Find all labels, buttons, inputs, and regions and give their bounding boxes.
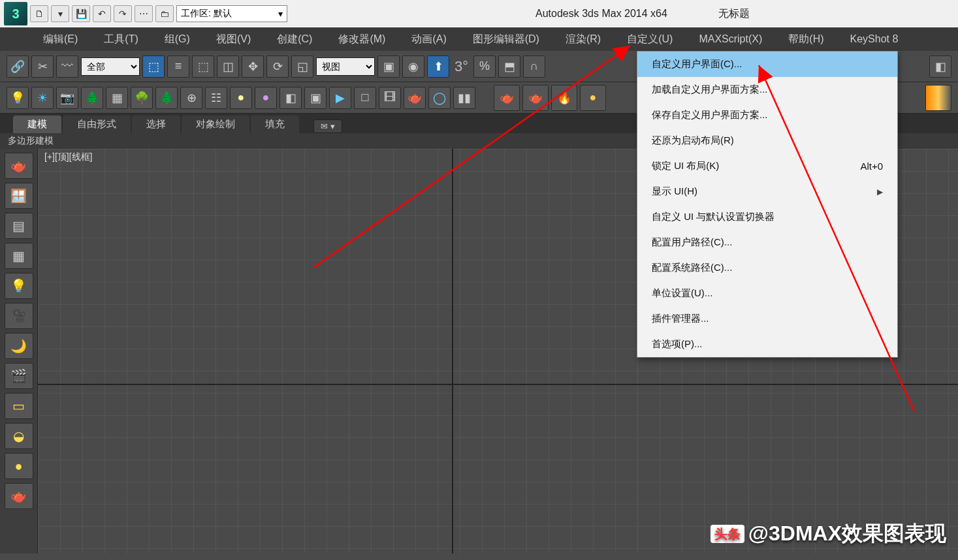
project-button[interactable]: 🗀: [155, 5, 174, 22]
viewport-label[interactable]: [+][顶][线框]: [44, 151, 93, 163]
window-icon[interactable]: 🪟: [5, 183, 33, 209]
menu-edit[interactable]: 编辑(E): [39, 30, 82, 49]
selection-filter-dropdown[interactable]: 全部: [81, 57, 140, 76]
redo-button[interactable]: ↷: [114, 5, 132, 22]
move-tool[interactable]: ✥: [242, 55, 264, 78]
undo-button[interactable]: ↶: [93, 5, 111, 22]
teapot-render-tool[interactable]: 🫖: [404, 87, 426, 109]
cube-tool[interactable]: ◧: [279, 87, 302, 109]
menu-render[interactable]: 渲染(R): [562, 30, 605, 49]
dd-ui-default-switcher[interactable]: 自定义 UI 与默认设置切换器: [637, 204, 897, 230]
gradient-tool[interactable]: ●: [925, 85, 951, 111]
table-icon[interactable]: ▦: [5, 243, 33, 269]
spinner-snap-tool[interactable]: ⬒: [498, 55, 520, 78]
tab-object-paint[interactable]: 对象绘制: [182, 116, 249, 133]
menu-graph-editor[interactable]: 图形编辑器(D): [469, 30, 543, 49]
trees-tool-1[interactable]: 🌲: [81, 87, 103, 109]
manipulate-tool[interactable]: ◉: [402, 55, 424, 78]
bulb-tool[interactable]: ◯: [428, 87, 451, 109]
new-file-button[interactable]: 🗋: [30, 5, 48, 22]
yellow-circle-icon[interactable]: ●: [5, 453, 33, 479]
yellow-dome-icon[interactable]: ◒: [5, 423, 33, 449]
region-rect-tool[interactable]: ⬚: [192, 55, 214, 78]
yellow-rect-icon[interactable]: ▭: [5, 393, 33, 419]
play-tool[interactable]: ▶: [329, 87, 351, 109]
menu-tools[interactable]: 工具(T): [100, 30, 142, 49]
open-square-tool[interactable]: □: [354, 87, 376, 109]
dd-preferences[interactable]: 首选项(P)...: [637, 332, 897, 357]
grid-tool[interactable]: ▦: [106, 87, 128, 109]
tab-modeling[interactable]: 建模: [13, 116, 61, 133]
dd-configure-system-paths[interactable]: 配置系统路径(C)...: [637, 255, 897, 281]
moon-icon[interactable]: 🌙: [5, 333, 33, 359]
menu-keyshot[interactable]: KeyShot 8: [846, 31, 902, 48]
menu-customize[interactable]: 自定义(U): [623, 30, 677, 49]
customize-menu-dropdown: 自定义用户界面(C)... 加载自定义用户界面方案... 保存自定义用户界面方案…: [637, 51, 898, 358]
scale-tool[interactable]: ◱: [291, 55, 313, 78]
tab-freeform[interactable]: 自由形式: [63, 116, 131, 133]
dd-revert-layout[interactable]: 还原为启动布局(R): [637, 128, 897, 153]
more-qat-button[interactable]: ⋯: [135, 5, 153, 22]
link-tool[interactable]: 🔗: [7, 55, 29, 78]
menu-help[interactable]: 帮助(H): [784, 30, 827, 49]
ball-yellow-tool[interactable]: ●: [580, 85, 606, 111]
dd-units-setup[interactable]: 单位设置(U)...: [637, 281, 897, 306]
menu-create[interactable]: 创建(C): [273, 30, 316, 49]
dd-show-ui[interactable]: 显示 UI(H)▶: [637, 179, 897, 204]
dd-plugin-manager[interactable]: 插件管理器...: [637, 306, 897, 332]
light-tool[interactable]: 💡: [7, 87, 29, 109]
tab-selection[interactable]: 选择: [132, 116, 180, 133]
select-tool[interactable]: ⬚: [142, 55, 165, 78]
teapot-2-icon[interactable]: 🫖: [5, 483, 33, 509]
dd-customize-ui[interactable]: 自定义用户界面(C)...: [637, 52, 897, 77]
film-tool[interactable]: 🎞: [379, 87, 401, 109]
menu-modifier[interactable]: 修改器(M): [334, 30, 389, 49]
trees-tool-2[interactable]: 🌳: [131, 87, 153, 109]
panels-tool[interactable]: ▮▮: [453, 87, 475, 109]
camera-icon[interactable]: 🎥: [5, 303, 33, 329]
pivot-tool[interactable]: ▣: [377, 55, 400, 78]
rotate-tool[interactable]: ⟳: [266, 55, 289, 78]
tree-single-tool[interactable]: 🌲: [155, 87, 178, 109]
snap-toggle[interactable]: ⬆: [427, 55, 449, 78]
tab-populate[interactable]: 填充: [251, 116, 299, 133]
material-tool[interactable]: ●: [230, 87, 252, 109]
coord-system-dropdown[interactable]: 视图: [316, 57, 375, 76]
envelope-button[interactable]: ✉ ▾: [313, 119, 342, 133]
sphere-tool[interactable]: ●: [255, 87, 277, 109]
panel-tool[interactable]: ▣: [304, 87, 327, 109]
fire-tool[interactable]: 🔥: [551, 85, 577, 111]
app-icon[interactable]: 3: [4, 2, 27, 25]
camera-light-tool[interactable]: 📷: [56, 87, 78, 109]
teapot-icon[interactable]: 🫖: [5, 153, 33, 179]
menu-group[interactable]: 组(G): [161, 30, 194, 49]
dd-configure-user-paths[interactable]: 配置用户路径(C)...: [637, 230, 897, 255]
menu-view[interactable]: 视图(V): [212, 30, 255, 49]
dd-load-ui-scheme[interactable]: 加载自定义用户界面方案...: [637, 77, 897, 102]
menu-animation[interactable]: 动画(A): [407, 30, 450, 49]
mirror-tool[interactable]: ◧: [929, 55, 951, 78]
select-by-name-tool[interactable]: ≡: [167, 55, 189, 78]
axis-tool[interactable]: ⊕: [180, 87, 202, 109]
viewport-divider-v: [452, 149, 453, 553]
bulb-set-icon[interactable]: 💡: [5, 273, 33, 299]
dd-lock-ui-layout[interactable]: 锁定 UI 布局(K)Alt+0: [637, 153, 897, 179]
menu-maxscript[interactable]: MAXScript(X): [695, 31, 766, 48]
open-file-button[interactable]: ▾: [51, 5, 69, 22]
list-icon[interactable]: ▤: [5, 213, 33, 239]
save-button[interactable]: 💾: [72, 5, 90, 22]
sun-tool[interactable]: ☀: [31, 87, 54, 109]
bind-space-warp-tool[interactable]: 〰: [56, 55, 78, 78]
watermark-text: @3DMAX效果图表现: [748, 520, 946, 548]
dd-save-ui-scheme[interactable]: 保存自定义用户界面方案...: [637, 102, 897, 128]
layers-tool[interactable]: ☷: [205, 87, 227, 109]
workspace-dropdown[interactable]: 工作区: 默认 ▾: [176, 5, 287, 22]
unlink-tool[interactable]: ✂: [31, 55, 54, 78]
render-production[interactable]: 🫖: [494, 85, 520, 111]
render-iterative[interactable]: 🫖: [522, 85, 549, 111]
window-crossing-tool[interactable]: ◫: [217, 55, 239, 78]
percent-snap-tool[interactable]: %: [473, 55, 496, 78]
clapper-icon[interactable]: 🎬: [5, 363, 33, 389]
magnet-tool[interactable]: ∩: [523, 55, 545, 78]
viewport-divider-h: [38, 384, 958, 385]
